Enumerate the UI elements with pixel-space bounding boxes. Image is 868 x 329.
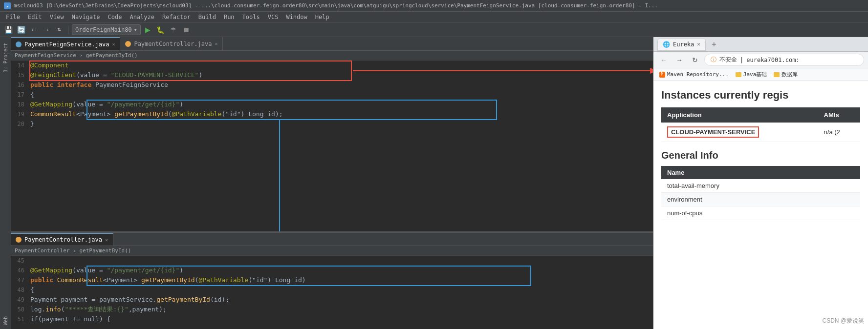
tab-label-controller: PaymentController.java	[134, 41, 212, 47]
menu-build[interactable]: Build	[195, 13, 220, 21]
eureka-title: Instances currently regis	[661, 89, 860, 102]
code-line: 17{	[11, 90, 653, 100]
toolbar-save-btn[interactable]: 💾	[3, 24, 14, 35]
menu-tools[interactable]: Tools	[239, 13, 264, 21]
refresh-button[interactable]: ↻	[689, 54, 701, 66]
general-info-title: General Info	[661, 150, 860, 161]
browser-nav: ← → ↻ ⓘ 不安全 | eureka7001.com:	[653, 52, 868, 68]
tab-close-feign[interactable]: ✕	[112, 41, 115, 47]
tab-payment-controller[interactable]: PaymentController.java ✕	[120, 37, 223, 50]
lower-code-lines: 4546 @GetMapping(value = "/payment/get/{…	[11, 256, 653, 324]
line-number: 20	[11, 119, 28, 129]
menu-code[interactable]: Code	[104, 13, 126, 21]
security-icon: ⓘ	[711, 56, 716, 64]
bookmarks-bar: M Maven Repository... Java基础 数据库	[653, 68, 868, 81]
tab-close-controller[interactable]: ✕	[215, 41, 217, 46]
toolbar-back-btn[interactable]: ←	[28, 24, 39, 35]
sidebar-tab-project[interactable]: 1: Project	[2, 39, 9, 76]
info-cell-cpus: num-of-cpus	[661, 206, 860, 220]
class-icon-lower	[16, 237, 22, 243]
lower-breadcrumb: PaymentController › getPaymentById()	[11, 246, 653, 256]
code-line: 48 {	[11, 285, 653, 295]
upper-file-tabs: PaymentFeignService.java ✕ PaymentContro…	[11, 37, 653, 51]
maven-icon: M	[659, 72, 665, 78]
sidebar-tab-web[interactable]: Web	[2, 312, 9, 329]
forward-button[interactable]: →	[673, 54, 686, 66]
bookmark-maven-label: Maven Repository...	[667, 71, 729, 78]
back-button[interactable]: ←	[657, 54, 670, 66]
run-btn[interactable]: ▶	[143, 24, 153, 35]
address-bar[interactable]: ⓘ 不安全 | eureka7001.com:	[704, 54, 864, 66]
title-bar: ☁ mscloud03 [D:\devSoft\JetBrains\IdeaPr…	[0, 0, 868, 12]
toolbar: 💾 🔄 ← → ⇅ OrderFeignMain80 ▾ ▶ 🐛 ☂ ⏹	[0, 22, 868, 37]
menu-view[interactable]: View	[46, 13, 68, 21]
line-number: 18	[11, 100, 28, 109]
browser-content: Instances currently regis Application AM…	[653, 81, 868, 329]
line-number: 49	[11, 295, 28, 305]
code-line: 49 Payment payment = paymentService.getP…	[11, 295, 653, 305]
upper-editor: PaymentFeignService.java ✕ PaymentContro…	[11, 37, 653, 231]
upper-code-section: 14@Component15@FeignClient(value = "CLOU…	[11, 61, 653, 231]
bookmark-java-label: Java基础	[743, 71, 767, 78]
bookmark-database[interactable]: 数据库	[772, 70, 800, 79]
info-row-cpus: num-of-cpus	[661, 206, 860, 220]
run-config-dropdown[interactable]: OrderFeignMain80 ▾	[72, 24, 141, 35]
line-content: @FeignClient(value = "CLOUD-PAYMENT-SERV…	[28, 70, 653, 80]
line-content: Payment payment = paymentService.getPaym…	[28, 295, 653, 305]
code-line: 45	[11, 256, 653, 266]
menu-navigate[interactable]: Navigate	[68, 13, 104, 21]
service-name-box: CLOUD-PAYMENT-SERVICE	[667, 126, 759, 138]
stop-btn[interactable]: ⏹	[181, 24, 192, 35]
coverage-btn[interactable]: ☂	[168, 24, 179, 35]
breadcrumb-text: PaymentFeignService › getPaymentById()	[15, 52, 138, 59]
menu-vcs[interactable]: VCS	[264, 13, 282, 21]
tab-label-controller-lower: PaymentController.java	[24, 236, 102, 243]
menu-refactor[interactable]: Refactor	[158, 13, 195, 21]
protocol-label: 不安全	[719, 56, 737, 64]
app-icon: ☁	[4, 2, 11, 9]
menu-window[interactable]: Window	[282, 13, 311, 21]
tab-close-lower[interactable]: ✕	[105, 237, 108, 243]
browser-tab-close[interactable]: ✕	[697, 41, 700, 47]
menu-edit[interactable]: Edit	[24, 13, 46, 21]
info-cell-env: environment	[661, 193, 860, 206]
bookmark-maven[interactable]: M Maven Repository...	[657, 70, 731, 79]
menu-analyze[interactable]: Analyze	[126, 13, 158, 21]
new-tab-button[interactable]: +	[709, 40, 719, 49]
interface-icon	[16, 41, 22, 47]
lower-code-section: 4546 @GetMapping(value = "/payment/get/{…	[11, 256, 653, 329]
run-config-label: OrderFeignMain80	[75, 26, 132, 33]
line-content: CommonResult<Payment> getPaymentById(@Pa…	[28, 109, 653, 119]
eureka-table-row: CLOUD-PAYMENT-SERVICE n/a (2	[661, 123, 860, 142]
line-content: @Component	[28, 61, 653, 70]
class-icon	[125, 41, 131, 47]
tab-label-feign: PaymentFeignService.java	[24, 41, 109, 48]
service-name-cell: CLOUD-PAYMENT-SERVICE	[661, 123, 818, 142]
menu-file[interactable]: File	[2, 13, 24, 21]
line-number: 16	[11, 80, 28, 90]
line-number: 45	[11, 256, 28, 266]
main-area: 1: Project Web PaymentFeignService.java …	[0, 37, 868, 329]
line-content: @GetMapping(value = "/payment/get/{id}")	[28, 266, 653, 275]
menu-bar: File Edit View Navigate Code Analyze Ref…	[0, 12, 868, 22]
bookmark-java[interactable]: Java基础	[734, 70, 769, 79]
toolbar-sync-btn[interactable]: 🔄	[16, 24, 26, 35]
tab-controller-lower[interactable]: PaymentController.java ✕	[11, 233, 113, 246]
line-number: 19	[11, 109, 28, 119]
tab-payment-feign-service[interactable]: PaymentFeignService.java ✕	[11, 37, 120, 50]
menu-run[interactable]: Run	[220, 13, 239, 21]
title-text: mscloud03 [D:\devSoft\JetBrains\IdeaProj…	[14, 2, 658, 9]
code-line: 51 if(payment != null) {	[11, 314, 653, 324]
line-number: 46	[11, 266, 28, 275]
browser-tab-eureka[interactable]: 🌐 Eureka ✕	[657, 38, 706, 51]
toolbar-forward-btn[interactable]: →	[41, 24, 52, 35]
code-line: 16public interface PaymentFeignService	[11, 80, 653, 90]
debug-btn[interactable]: 🐛	[155, 24, 166, 35]
line-number: 15	[11, 70, 28, 80]
general-info-table: Name total-avail-memory environment num-…	[661, 166, 860, 220]
menu-help[interactable]: Help	[311, 13, 333, 21]
toolbar-sort-btn[interactable]: ⇅	[54, 24, 65, 35]
line-content: @GetMapping(value = "/payment/get/{id}")	[28, 100, 653, 109]
lower-file-tabs: PaymentController.java ✕	[11, 232, 653, 246]
info-col-name: Name	[661, 166, 860, 179]
